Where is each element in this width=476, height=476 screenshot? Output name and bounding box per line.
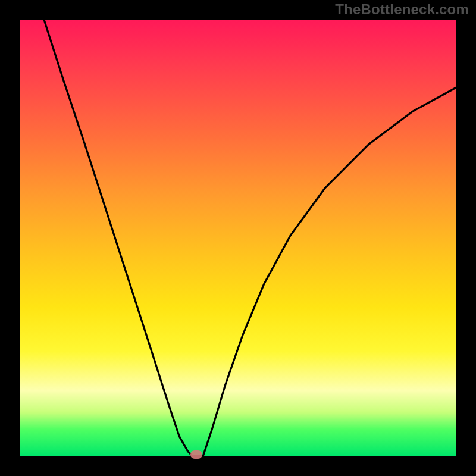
plot-area [20, 20, 456, 456]
watermark-text: TheBottleneck.com [335, 1, 469, 18]
chart-frame: TheBottleneck.com [0, 0, 476, 476]
bottleneck-curve [20, 20, 456, 456]
optimum-marker [190, 450, 202, 459]
